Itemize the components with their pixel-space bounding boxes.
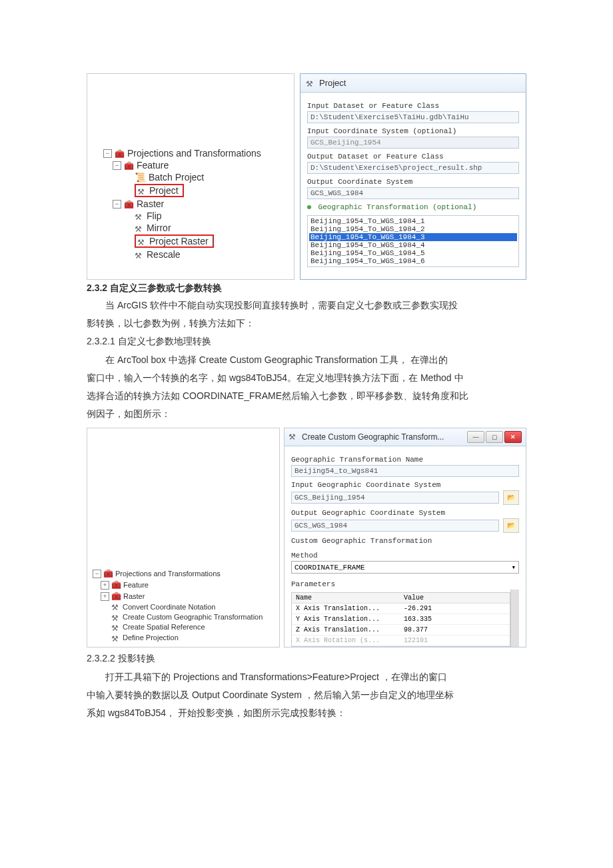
param-name: X Axis Rotation (s... [292, 636, 400, 646]
expander-minus-icon[interactable]: − [113, 200, 121, 209]
tree-label: Feature [137, 160, 169, 171]
tree-projections: − Projections and Transformations − Feat… [87, 73, 295, 280]
param-value: 163.335 [400, 614, 468, 624]
tree-label: Flip [147, 211, 162, 221]
tree-label: Project Raster [149, 236, 209, 246]
hammer-icon [111, 623, 121, 632]
input-cs-field[interactable]: GCS_Beijing_1954 [307, 137, 519, 149]
table-row[interactable]: X Axis Translation... -26.291 [292, 604, 510, 614]
scrollbar[interactable] [510, 590, 519, 647]
param-name: X Axis Translation... [292, 604, 400, 614]
hammer-icon [306, 79, 315, 88]
tree-node-mirror[interactable]: Mirror [103, 222, 294, 234]
expander-minus-icon[interactable]: − [93, 570, 101, 578]
output-gcs-label: Output Geographic Coordinate System [291, 509, 519, 517]
tree-node-project-raster[interactable]: Project Raster [103, 234, 294, 248]
table-row[interactable]: Z Axis Translation... 98.377 [292, 625, 510, 636]
geo-transform-text: Geographic Transformation (optional) [318, 203, 477, 211]
close-button[interactable]: ✕ [504, 431, 522, 443]
col-value-header: Value [400, 593, 468, 603]
input-cs-label: Input Coordinate System (optional) [307, 127, 519, 135]
output-gcs-field[interactable]: GCS_WGS_1984 [291, 520, 499, 532]
tree-label: Convert Coordinate Notation [123, 602, 215, 612]
geo-item[interactable]: Beijing_1954_To_WGS_1984_2 [309, 225, 517, 233]
dialog-title: Project [319, 78, 346, 88]
gt-name-label: Geographic Transformation Name [291, 456, 519, 464]
gt-name-field[interactable]: Beijing54_to_Wgs841 [291, 465, 519, 477]
param-value: 122101 [400, 636, 468, 646]
input-gcs-label: Input Geographic Coordinate System [291, 481, 519, 489]
tree-label: Raster [123, 592, 145, 602]
tree-node-root[interactable]: − Projections and Transformations [93, 568, 279, 580]
toolbox-icon [111, 591, 121, 602]
input-dataset-field[interactable]: D:\Student\Exercise5\TaiHu.gdb\TaiHu [307, 111, 519, 123]
output-dataset-field[interactable]: D:\Student\Exercise5\project_result.shp [307, 162, 519, 174]
hammer-icon [135, 250, 144, 259]
tree-node-ccgt[interactable]: Create Custom Geographic Transformation [93, 612, 279, 622]
heading-2-3-2-1: 2.3.2.1 自定义七参数地理转换 [87, 333, 526, 350]
toolbox-icon [115, 148, 125, 159]
tree-node-project[interactable]: Project [103, 183, 294, 198]
input-gcs-field[interactable]: GCS_Beijing_1954 [291, 492, 499, 504]
expander-minus-icon[interactable]: − [103, 149, 112, 158]
heading-2-3-2: 2.3.2 自定义三参数或七参数转换 [87, 282, 526, 294]
hammer-icon [111, 602, 121, 612]
tree-node-convert-coord[interactable]: Convert Coordinate Notation [93, 602, 279, 612]
hammer-icon [135, 223, 144, 232]
hammer-icon [111, 613, 121, 622]
tree-node-batch-project[interactable]: 📜 Batch Project [103, 171, 294, 183]
hammer-icon [289, 432, 298, 442]
tree-node-csr[interactable]: Create Spatial Reference [93, 622, 279, 632]
tree-label: Mirror [147, 222, 171, 233]
geo-item[interactable]: Beijing_1954_To_WGS_1984_5 [309, 249, 517, 257]
expander-minus-icon[interactable]: − [113, 161, 121, 170]
browse-button[interactable]: 📂 [503, 490, 519, 505]
tree-node-flip[interactable]: Flip [103, 210, 294, 222]
hammer-icon [137, 236, 147, 246]
paragraph: 影转换，以七参数为例，转换方法如下： [87, 315, 526, 332]
hammer-icon [137, 186, 147, 195]
output-dataset-label: Output Dataset or Feature Class [307, 153, 519, 161]
output-cs-label: Output Coordinate System [307, 178, 519, 186]
chevron-down-icon: ▾ [511, 563, 516, 572]
geo-transform-list[interactable]: Beijing_1954_To_WGS_1984_1 Beijing_1954_… [307, 215, 519, 267]
expander-plus-icon[interactable]: + [101, 592, 109, 601]
maximize-button[interactable]: ▢ [486, 431, 503, 443]
cgt-label: Custom Geographic Transformation [291, 537, 519, 545]
dialog-title: Create Custom Geographic Transform... [302, 432, 444, 442]
highlight-box: Project Raster [135, 234, 214, 248]
tree-node-feature[interactable]: + Feature [93, 580, 279, 591]
tree-node-raster[interactable]: − Raster [103, 198, 294, 210]
tree-node-raster[interactable]: + Raster [93, 591, 279, 602]
paragraph: 打开工具箱下的 Projections and Transformations>… [87, 669, 526, 685]
tree-label: Create Custom Geographic Transformation [123, 612, 263, 622]
expander-plus-icon[interactable]: + [101, 581, 109, 590]
parameters-table: Name Value X Axis Translation... -26.291… [291, 592, 510, 647]
toolbox-icon [103, 568, 113, 580]
table-row[interactable]: X Axis Rotation (s... 122101 [292, 636, 510, 646]
tree-node-define-proj[interactable]: Define Projection [93, 633, 279, 643]
browse-button[interactable]: 📂 [503, 518, 519, 533]
input-dataset-label: Input Dataset or Feature Class [307, 102, 519, 110]
hammer-icon [135, 211, 144, 220]
output-cs-field[interactable]: GCS_WGS_1984 [307, 187, 519, 199]
geo-item[interactable]: Beijing_1954_To_WGS_1984_1 [309, 217, 517, 225]
param-name: Y Axis Translation... [292, 614, 400, 624]
tree-node-rescale[interactable]: Rescale [103, 248, 294, 260]
paragraph: 在 ArcTool box 中选择 Create Custom Geograph… [87, 352, 526, 368]
geo-transform-label[interactable]: Geographic Transformation (optional) [307, 203, 519, 211]
geo-item-selected[interactable]: Beijing_1954_To_WGS_1984_3 [309, 233, 517, 241]
geo-item[interactable]: Beijing_1954_To_WGS_1984_4 [309, 241, 517, 249]
method-select[interactable]: COORDINATE_FRAME ▾ [291, 561, 519, 574]
ccgt-dialog: Create Custom Geographic Transform... — … [284, 428, 526, 648]
minimize-button[interactable]: — [467, 431, 484, 443]
bullet-icon [307, 205, 311, 209]
table-header: Name Value [292, 593, 510, 604]
tree-node-root[interactable]: − Projections and Transformations [103, 147, 294, 159]
paragraph: 例因子，如图所示： [87, 406, 526, 422]
geo-item[interactable]: Beijing_1954_To_WGS_1984_6 [309, 257, 517, 265]
tree-label: Projections and Transformations [127, 148, 261, 159]
figure-ccgt-tool: − Projections and Transformations + Feat… [87, 428, 526, 648]
tree-node-feature[interactable]: − Feature [103, 159, 294, 171]
table-row[interactable]: Y Axis Translation... 163.335 [292, 614, 510, 625]
